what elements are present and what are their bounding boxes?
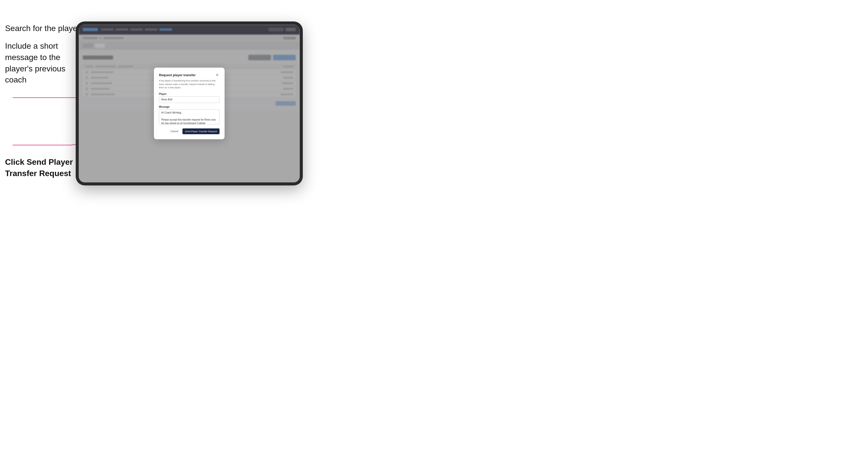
modal-footer: Cancel Send Player Transfer Request bbox=[159, 128, 219, 134]
modal-overlay: Request player transfer ✕ If the player … bbox=[79, 25, 300, 182]
player-field-label: Player bbox=[159, 93, 219, 95]
tablet-screen: Request player transfer ✕ If the player … bbox=[79, 25, 300, 182]
modal-title: Request player transfer bbox=[159, 73, 195, 77]
modal-description: If the player is transferring from anoth… bbox=[159, 79, 219, 90]
message-textarea[interactable]: Hi Coach McHarg, Please accept this tran… bbox=[159, 109, 219, 124]
annotation-message: Include a short message to the player's … bbox=[5, 40, 71, 86]
send-transfer-request-button[interactable]: Send Player Transfer Request bbox=[182, 128, 219, 134]
message-field-label: Message bbox=[159, 105, 219, 108]
annotation-search: Search for the player. bbox=[5, 23, 82, 34]
cancel-button[interactable]: Cancel bbox=[168, 129, 180, 134]
player-search-input[interactable] bbox=[159, 96, 219, 103]
transfer-request-modal: Request player transfer ✕ If the player … bbox=[154, 68, 224, 139]
modal-header: Request player transfer ✕ bbox=[159, 73, 219, 77]
annotation-click: Click Send Player Transfer Request bbox=[5, 156, 76, 179]
modal-close-button[interactable]: ✕ bbox=[215, 73, 219, 77]
tablet-device: Request player transfer ✕ If the player … bbox=[76, 22, 303, 185]
